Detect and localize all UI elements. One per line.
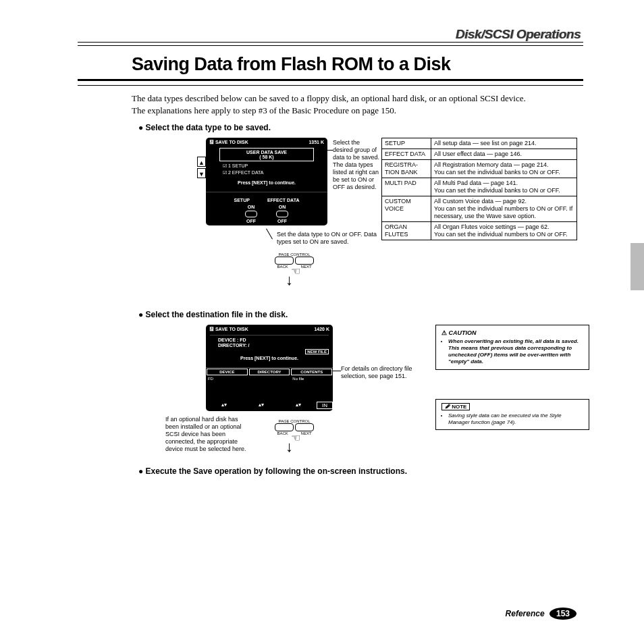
intro-p1: The data types described below can be sa… (132, 92, 583, 105)
side-arrow-buttons: ▲▼ (197, 157, 206, 180)
t-r3a: REGISTRA-TION BANK (382, 160, 431, 178)
on-label-1: ON (248, 205, 255, 209)
step-2-heading: Select the destination file in the disk. (138, 310, 583, 319)
back-button-2 (275, 423, 294, 431)
lcd1-btn-setup: SETUP (234, 198, 250, 203)
note-text: Saving style data can be executed via th… (448, 412, 583, 426)
step-3-heading: Execute the Save operation by following … (138, 466, 583, 476)
running-header: Disk/SCSI Operations (78, 27, 583, 43)
lcd2-dir: DIRECTORY: / (206, 342, 333, 348)
leader-2 (266, 229, 273, 240)
page-number: 153 (549, 608, 576, 620)
lcd1-row1: 1 SETUP (206, 163, 327, 169)
t-r1a: SETUP (382, 138, 431, 149)
tri-3: ▴▾ (279, 402, 317, 409)
leader-1 (327, 150, 333, 151)
t-r2b: All User effect data — page 146. (431, 149, 577, 160)
caption-dir-select: For details on directory file selection,… (341, 365, 422, 380)
next-button (295, 257, 314, 265)
in-btn: IN (317, 402, 333, 409)
lcd1-free: 1351 K (308, 140, 324, 144)
lcd-screen-2: SAVE TO DISK1420 K DEVICE : FD DIRECTORY… (206, 325, 333, 411)
t-r5a: CUSTOM VOICE (382, 196, 431, 222)
lcd1-userbox2: ( 58 K) (259, 155, 273, 159)
col-device: DEVICE (207, 369, 248, 375)
footer-ref: Reference (506, 609, 545, 618)
lcd1-userbox1: USER DATA SAVE (246, 150, 287, 155)
new-file-button: NEW FILE (305, 349, 329, 354)
lcd1-title: SAVE TO DISK (209, 140, 248, 144)
next-button-2 (295, 423, 314, 431)
caution-text: When overwriting an existing file, all d… (448, 338, 583, 365)
nofile-cell: No file (290, 376, 333, 381)
t-r2a: EFFECT DATA (382, 149, 431, 160)
lcd2-title: SAVE TO DISK (209, 327, 248, 331)
lcd-screen-1: SAVE TO DISK1351 K USER DATA SAVE( 58 K)… (206, 138, 327, 225)
lcd1-press: Press [NEXT] to continue. (206, 180, 327, 185)
lcd2-free: 1420 K (314, 327, 329, 331)
col-directory: DIRECTORY (249, 369, 290, 375)
lcd2-press: Press [NEXT] to continue. (206, 356, 333, 360)
t-r5b: All Custom Voice data — page 92. You can… (431, 196, 577, 222)
lcd1-btn-effect: EFFECT DATA (267, 198, 300, 203)
page-control-1: PAGE CONTROL BACKNEXT ☜ (271, 252, 318, 281)
rule-thin-2 (78, 85, 583, 86)
step-1-heading: Select the data type to be saved. (138, 123, 583, 132)
caption-select-group: Select the desired group of data to be s… (333, 139, 381, 191)
intro: The data types described below can be sa… (132, 92, 583, 116)
lcd1-row2: 2 EFFECT DATA (206, 169, 327, 176)
back-button (275, 257, 294, 265)
intro-p2: The explanations here apply to step #3 o… (132, 105, 583, 117)
page-footer: Reference 153 (506, 608, 576, 620)
t-r6b: All Organ Flutes voice settings — page 6… (431, 222, 577, 240)
t-r1b: All setup data — see list on page 214. (431, 138, 577, 149)
caution-heading: CAUTION (441, 329, 583, 336)
page-title: Saving Data from Flash ROM to a Disk (132, 54, 583, 75)
caption-set-onoff: Set the data type to ON or OFF. Data typ… (277, 231, 385, 246)
note-box: NOTE Saving style data can be executed v… (435, 399, 589, 430)
caution-box: CAUTION When overwriting an existing fil… (435, 325, 589, 370)
tri-1: ▴▾ (206, 402, 243, 409)
caption-device-select: If an optional hard disk has been instal… (165, 416, 253, 453)
fd-cell: FD (206, 376, 248, 381)
col-contents: CONTENTS (291, 369, 332, 375)
off-label-2: OFF (277, 219, 287, 223)
arrow-down-icon: ↓ (286, 271, 293, 289)
rule-thin (78, 45, 583, 46)
tri-2: ▴▾ (243, 402, 280, 409)
off-label-1: OFF (246, 219, 256, 223)
lcd2-device: DEVICE : FD (206, 337, 333, 342)
t-r4b: All Multi Pad data — page 141. You can s… (431, 178, 577, 196)
note-heading: NOTE (441, 403, 470, 410)
section-1: ▲▼ SAVE TO DISK1351 K USER DATA SAVE( 58… (132, 138, 583, 303)
t-r6a: ORGAN FLUTES (382, 222, 431, 240)
thumb-tab (630, 243, 644, 290)
on-label-2: ON (279, 205, 286, 209)
data-type-table: SETUPAll setup data — see list on page 2… (381, 138, 577, 240)
section-2: SAVE TO DISK1420 K DEVICE : FD DIRECTORY… (132, 325, 583, 460)
arrow-down-icon-2: ↓ (286, 438, 293, 456)
t-r4a: MULTI PAD (382, 178, 431, 196)
leader-3 (333, 371, 341, 371)
t-r3b: All Registration Memory data — page 214.… (431, 160, 577, 178)
page-control-2: PAGE CONTROL BACKNEXT ☜ (271, 419, 318, 448)
rule-thick (78, 79, 583, 81)
